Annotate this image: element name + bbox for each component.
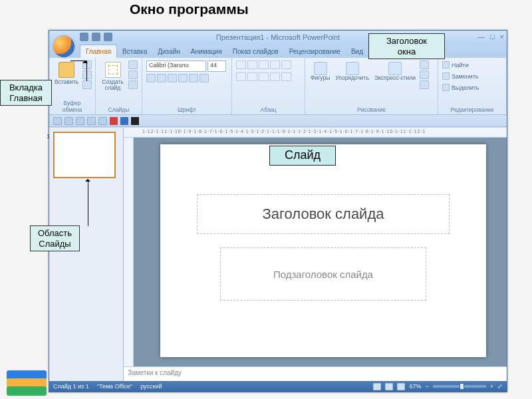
tab-insert[interactable]: Вставка xyxy=(117,45,152,58)
tab-animation[interactable]: Анимация xyxy=(186,45,227,58)
color-swatch-black[interactable] xyxy=(131,117,139,125)
status-language: русский xyxy=(140,383,162,390)
zoom-in-icon[interactable]: + xyxy=(490,383,493,390)
reset-icon[interactable] xyxy=(128,70,138,79)
group-paragraph: Абзац xyxy=(232,58,305,114)
arrow-slides-area xyxy=(88,180,88,226)
tool-icon-1[interactable] xyxy=(53,117,62,125)
indent-inc-icon[interactable] xyxy=(270,61,280,69)
bold-icon[interactable] xyxy=(146,74,156,82)
replace-icon xyxy=(442,72,450,80)
status-bar: Слайд 1 из 1 "Тема Office" русский 67% −… xyxy=(49,381,507,392)
paste-button[interactable]: Вставить xyxy=(53,61,80,86)
font-color-icon[interactable] xyxy=(200,74,209,82)
align-left-icon[interactable] xyxy=(236,72,246,81)
group-clipboard-label: Буфер обмена xyxy=(53,100,91,113)
normal-view-icon[interactable] xyxy=(373,383,381,390)
shapes-label: Фигуры xyxy=(311,75,330,81)
maximize-icon[interactable]: □ xyxy=(490,33,495,41)
italic-icon[interactable] xyxy=(157,74,166,82)
subtitle-placeholder[interactable]: Подзаголовок слайда xyxy=(220,247,426,301)
arrow-home-tab xyxy=(86,61,87,81)
group-drawing-label: Рисование xyxy=(309,106,434,113)
decoration-books xyxy=(7,372,47,396)
tool-icon-4[interactable] xyxy=(87,117,96,125)
tool-icon-3[interactable] xyxy=(76,117,84,125)
group-slides-label: Слайды xyxy=(100,106,138,113)
align-center-icon[interactable] xyxy=(247,72,257,81)
slide-canvas[interactable]: Заголовок слайда Подзаголовок слайда xyxy=(160,144,486,357)
font-size-select[interactable]: 44 xyxy=(207,61,226,72)
color-swatch-blue[interactable] xyxy=(120,117,128,125)
tool-icon-5[interactable] xyxy=(98,117,107,125)
select-button[interactable]: Выделить xyxy=(442,83,479,92)
minimize-icon[interactable]: — xyxy=(477,33,485,41)
undo-icon[interactable] xyxy=(92,33,100,41)
select-label: Выделить xyxy=(452,84,479,91)
fit-icon[interactable]: ⤢ xyxy=(497,383,503,390)
tool-icon-2[interactable] xyxy=(65,117,73,125)
powerpoint-window: Презентация1 - Microsoft PowerPoint — □ … xyxy=(49,30,507,392)
strike-icon[interactable] xyxy=(178,74,188,82)
layout-icon[interactable] xyxy=(128,61,138,69)
slides-panel[interactable]: 1 xyxy=(49,128,124,381)
notes-pane[interactable]: Заметки к слайду xyxy=(124,366,507,381)
numbering-icon[interactable] xyxy=(247,61,257,69)
shape-effects-icon[interactable] xyxy=(420,80,429,89)
arrange-icon xyxy=(346,62,359,75)
new-slide-icon xyxy=(105,62,121,78)
color-swatch-red[interactable] xyxy=(110,117,118,125)
save-icon[interactable] xyxy=(80,33,88,41)
select-icon xyxy=(442,84,450,91)
find-button[interactable]: Найти xyxy=(442,61,469,69)
justify-icon[interactable] xyxy=(270,72,280,81)
tab-slideshow[interactable]: Показ слайдов xyxy=(227,45,284,58)
callout-home-tab: ВкладкаГлавная xyxy=(0,80,52,106)
shape-outline-icon[interactable] xyxy=(420,70,429,79)
delete-icon[interactable] xyxy=(128,80,138,89)
tab-view[interactable]: Вид xyxy=(346,45,368,58)
tab-home[interactable]: Главная xyxy=(80,45,117,58)
tab-review[interactable]: Рецензирование xyxy=(284,45,346,58)
new-slide-button[interactable]: Создать слайд xyxy=(100,61,126,92)
tab-design[interactable]: Дизайн xyxy=(152,45,186,58)
slideshow-view-icon[interactable] xyxy=(397,383,405,390)
columns-icon[interactable] xyxy=(281,72,291,81)
group-editing: Найти Заменить Выделить Редактирование xyxy=(438,58,507,114)
status-theme: "Тема Office" xyxy=(97,383,132,390)
title-placeholder[interactable]: Заголовок слайда xyxy=(197,194,450,234)
window-title: Презентация1 - Microsoft PowerPoint xyxy=(216,33,340,41)
bullets-icon[interactable] xyxy=(236,61,246,69)
ruler-vertical xyxy=(124,138,134,366)
shape-fill-icon[interactable] xyxy=(420,61,429,69)
clipboard-icon xyxy=(59,62,74,78)
office-button[interactable] xyxy=(52,35,76,59)
font-family-select[interactable]: Calibri (Заголо xyxy=(146,61,206,72)
arrange-button[interactable]: Упорядочить xyxy=(334,61,370,82)
slide-thumbnail[interactable]: 1 xyxy=(53,132,116,178)
callout-slides-area: ОбластьСлайды xyxy=(30,225,80,251)
close-icon[interactable]: × xyxy=(500,33,504,41)
sorter-view-icon[interactable] xyxy=(385,383,393,390)
underline-icon[interactable] xyxy=(168,74,177,82)
indent-dec-icon[interactable] xyxy=(259,61,269,69)
quick-access-toolbar xyxy=(80,33,112,41)
group-editing-label: Редактирование xyxy=(442,106,502,113)
align-right-icon[interactable] xyxy=(259,72,269,81)
quick-styles-button[interactable]: Экспресс-стили xyxy=(373,61,417,82)
format-painter-icon[interactable] xyxy=(82,80,92,89)
status-slide-count: Слайд 1 из 1 xyxy=(53,383,89,390)
redo-icon[interactable] xyxy=(104,33,112,41)
replace-label: Заменить xyxy=(452,73,478,80)
quick-styles-label: Экспресс-стили xyxy=(374,75,416,81)
arrange-label: Упорядочить xyxy=(335,75,369,81)
canvas-area[interactable]: Заголовок слайда Подзаголовок слайда xyxy=(134,138,507,366)
replace-button[interactable]: Заменить xyxy=(442,72,478,80)
shapes-button[interactable]: Фигуры xyxy=(309,61,331,82)
zoom-slider[interactable] xyxy=(433,385,486,388)
group-drawing: Фигуры Упорядочить Экспресс-стили Рисова… xyxy=(305,58,438,114)
line-spacing-icon[interactable] xyxy=(281,61,291,69)
copy-icon[interactable] xyxy=(82,70,92,79)
zoom-out-icon[interactable]: − xyxy=(425,383,428,390)
shadow-icon[interactable] xyxy=(189,74,198,82)
